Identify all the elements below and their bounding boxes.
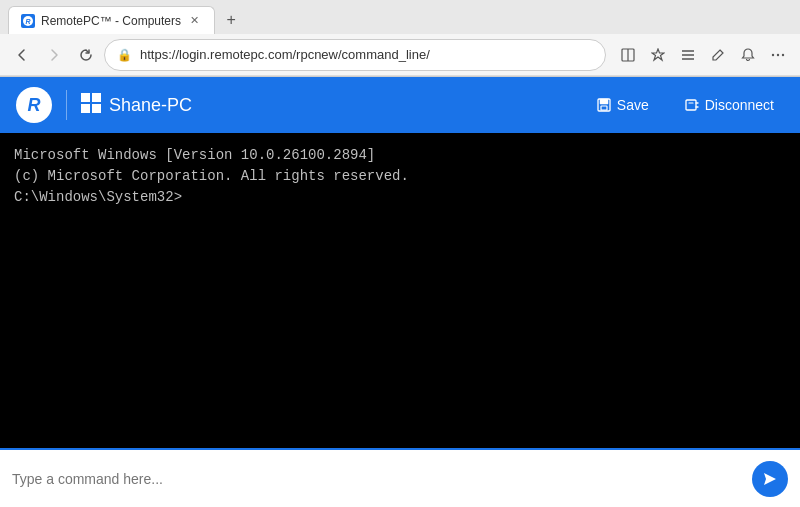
terminal-line: Microsoft Windows [Version 10.0.26100.28…: [14, 145, 786, 166]
nav-actions: [614, 41, 792, 69]
tab-close-button[interactable]: ✕: [187, 13, 202, 28]
svg-point-7: [772, 53, 774, 55]
hamburger-menu-icon[interactable]: [674, 41, 702, 69]
svg-rect-10: [81, 93, 90, 102]
address-bar-container[interactable]: 🔒: [104, 39, 606, 71]
pc-name: Shane-PC: [109, 95, 192, 116]
svg-rect-12: [81, 104, 90, 113]
svg-rect-16: [601, 106, 607, 110]
command-input-bar: [0, 448, 800, 507]
terminal-line: C:\Windows\System32>: [14, 187, 786, 208]
address-bar[interactable]: [140, 47, 593, 62]
new-tab-button[interactable]: +: [219, 8, 243, 32]
lock-icon: 🔒: [117, 48, 132, 62]
split-view-icon[interactable]: [614, 41, 642, 69]
remotepc-logo: R: [16, 87, 52, 123]
tab-bar: R RemotePC™ - Computers ✕ +: [0, 0, 800, 34]
edit-icon[interactable]: [704, 41, 732, 69]
active-tab[interactable]: R RemotePC™ - Computers ✕: [8, 6, 215, 34]
tab-title: RemotePC™ - Computers: [41, 14, 181, 28]
navigation-bar: 🔒: [0, 34, 800, 76]
disconnect-button[interactable]: Disconnect: [675, 91, 784, 119]
terminal-output: Microsoft Windows [Version 10.0.26100.28…: [0, 133, 800, 448]
favorites-icon[interactable]: [644, 41, 672, 69]
command-input[interactable]: [12, 471, 744, 487]
send-button[interactable]: [752, 461, 788, 497]
svg-rect-15: [600, 99, 608, 104]
svg-rect-13: [92, 104, 101, 113]
content-area: Microsoft Windows [Version 10.0.26100.28…: [0, 133, 800, 507]
forward-button[interactable]: [40, 41, 68, 69]
header-divider: [66, 90, 67, 120]
refresh-button[interactable]: [72, 41, 100, 69]
svg-text:R: R: [25, 18, 30, 25]
windows-logo-icon: [81, 93, 101, 117]
svg-rect-17: [686, 100, 696, 110]
terminal-line: (c) Microsoft Corporation. All rights re…: [14, 166, 786, 187]
tab-favicon: R: [21, 14, 35, 28]
svg-rect-11: [92, 93, 101, 102]
more-options-icon[interactable]: [764, 41, 792, 69]
save-button[interactable]: Save: [587, 91, 659, 119]
app-header: R Shane-PC Save Disconnect: [0, 77, 800, 133]
notifications-icon[interactable]: [734, 41, 762, 69]
svg-point-8: [777, 53, 779, 55]
svg-point-9: [782, 53, 784, 55]
header-actions: Save Disconnect: [587, 91, 784, 119]
back-button[interactable]: [8, 41, 36, 69]
